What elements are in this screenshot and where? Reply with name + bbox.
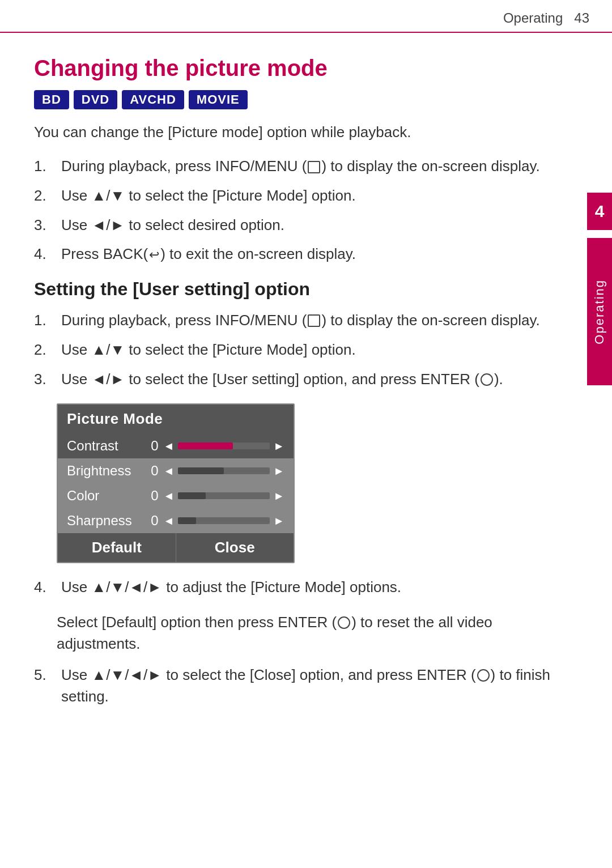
brightness-left-arrow: ◄ — [163, 465, 175, 478]
sharpness-label: Sharpness — [67, 513, 146, 529]
brightness-value: 0 — [146, 463, 163, 479]
main-steps: 1. During playback, press INFO/MENU () t… — [34, 156, 555, 265]
sub-steps-after-2: 5. Use ▲/▼/◄/► to select the [Close] opt… — [34, 665, 555, 707]
brightness-label: Brightness — [67, 463, 146, 479]
color-value: 0 — [146, 488, 163, 504]
info-menu-icon — [308, 161, 320, 173]
color-slider: ◄ ► — [163, 490, 284, 503]
color-left-arrow: ◄ — [163, 490, 175, 503]
sidebar-label: Operating — [592, 279, 607, 344]
contrast-value: 0 — [146, 438, 163, 454]
contrast-left-arrow: ◄ — [163, 440, 175, 453]
step-num-4: 4. — [34, 244, 54, 265]
brightness-slider: ◄ ► — [163, 465, 284, 478]
step-text-4: Press BACK(↩) to exit the on-screen disp… — [61, 244, 555, 265]
sub-step-num-3: 3. — [34, 369, 54, 390]
sub-step-num-5: 5. — [34, 665, 54, 707]
sharpness-value: 0 — [146, 513, 163, 529]
sharpness-left-arrow: ◄ — [163, 514, 175, 527]
color-bar-fill — [178, 492, 206, 499]
main-step-3: 3. Use ◄/► to select desired option. — [34, 215, 555, 236]
sub-step-text-4: Use ▲/▼/◄/► to adjust the [Picture Mode]… — [61, 577, 555, 598]
subsection-title: Setting the [User setting] option — [34, 279, 555, 300]
brightness-right-arrow: ► — [273, 465, 284, 478]
sidebar-operating: Operating — [587, 238, 612, 385]
intro-text: You can change the [Picture mode] option… — [34, 122, 555, 142]
sub-step-text-3: Use ◄/► to select the [User setting] opt… — [61, 369, 555, 390]
sharpness-bar-fill — [178, 517, 196, 524]
sub-steps-after: 4. Use ▲/▼/◄/► to adjust the [Picture Mo… — [34, 577, 555, 598]
step-num-1: 1. — [34, 156, 54, 177]
page-container: Operating 43 4 Operating Changing the pi… — [0, 0, 612, 868]
color-label: Color — [67, 488, 146, 504]
badge-movie: MOVIE — [189, 90, 248, 109]
sharpness-slider: ◄ ► — [163, 514, 284, 527]
page-title: Changing the picture mode — [34, 56, 555, 81]
contrast-bar-bg — [178, 442, 270, 449]
color-bar-bg — [178, 492, 270, 499]
close-button[interactable]: Close — [176, 533, 294, 562]
dialog-body: Contrast 0 ◄ ► Brightness 0 ◄ — [58, 433, 294, 533]
sub-step-4: 4. Use ▲/▼/◄/► to adjust the [Picture Mo… — [34, 577, 555, 598]
contrast-label: Contrast — [67, 438, 146, 454]
sub-step-text-1: During playback, press INFO/MENU () to d… — [61, 310, 555, 331]
back-icon: ↩ — [149, 246, 159, 264]
sub-step-1: 1. During playback, press INFO/MENU () t… — [34, 310, 555, 331]
brightness-bar-bg — [178, 467, 270, 474]
header-label: Operating 43 — [503, 10, 589, 26]
badge-row: BD DVD AVCHD MOVIE — [34, 90, 555, 109]
enter-icon-1 — [481, 373, 493, 386]
sub-step-2: 2. Use ▲/▼ to select the [Picture Mode] … — [34, 339, 555, 361]
step-num-3: 3. — [34, 215, 54, 236]
top-bar: Operating 43 — [0, 0, 612, 33]
dialog-row-contrast: Contrast 0 ◄ ► — [58, 433, 294, 458]
sharpness-bar-bg — [178, 517, 270, 524]
dialog-title: Picture Mode — [58, 405, 294, 433]
contrast-right-arrow: ► — [273, 440, 284, 453]
step-text-2: Use ▲/▼ to select the [Picture Mode] opt… — [61, 185, 555, 207]
main-content: Changing the picture mode BD DVD AVCHD M… — [0, 33, 612, 744]
dialog-footer: Default Close — [58, 533, 294, 562]
step-text-1: During playback, press INFO/MENU () to d… — [61, 156, 555, 177]
chapter-number: 4 — [587, 193, 612, 230]
step-text-3: Use ◄/► to select desired option. — [61, 215, 555, 236]
step-num-2: 2. — [34, 185, 54, 207]
dialog-row-color: Color 0 ◄ ► — [58, 483, 294, 508]
main-step-2: 2. Use ▲/▼ to select the [Picture Mode] … — [34, 185, 555, 207]
sub-step-3: 3. Use ◄/► to select the [User setting] … — [34, 369, 555, 390]
color-right-arrow: ► — [273, 490, 284, 503]
enter-icon-2 — [338, 616, 350, 629]
main-step-4: 4. Press BACK(↩) to exit the on-screen d… — [34, 244, 555, 265]
contrast-bar-fill — [178, 442, 233, 449]
brightness-bar-fill — [178, 467, 224, 474]
step-note-4: Select [Default] option then press ENTER… — [57, 612, 555, 654]
picture-mode-dialog: Picture Mode Contrast 0 ◄ ► B — [57, 403, 295, 563]
post-dialog-steps: 4. Use ▲/▼/◄/► to adjust the [Picture Mo… — [34, 577, 555, 707]
sub-step-5: 5. Use ▲/▼/◄/► to select the [Close] opt… — [34, 665, 555, 707]
contrast-slider: ◄ ► — [163, 440, 284, 453]
dialog-row-sharpness: Sharpness 0 ◄ ► — [58, 508, 294, 533]
sub-step-num-2: 2. — [34, 339, 54, 361]
enter-icon-3 — [477, 669, 490, 682]
dialog-row-brightness: Brightness 0 ◄ ► — [58, 458, 294, 483]
info-menu-icon-2 — [308, 314, 320, 327]
sub-step-num-1: 1. — [34, 310, 54, 331]
sharpness-right-arrow: ► — [273, 514, 284, 527]
sub-step-text-5: Use ▲/▼/◄/► to select the [Close] option… — [61, 665, 555, 707]
main-step-1: 1. During playback, press INFO/MENU () t… — [34, 156, 555, 177]
sub-step-num-4: 4. — [34, 577, 54, 598]
sub-step-text-2: Use ▲/▼ to select the [Picture Mode] opt… — [61, 339, 555, 361]
badge-bd: BD — [34, 90, 69, 109]
badge-dvd: DVD — [74, 90, 117, 109]
badge-avchd: AVCHD — [122, 90, 184, 109]
sub-steps-before: 1. During playback, press INFO/MENU () t… — [34, 310, 555, 390]
default-button[interactable]: Default — [58, 533, 176, 562]
